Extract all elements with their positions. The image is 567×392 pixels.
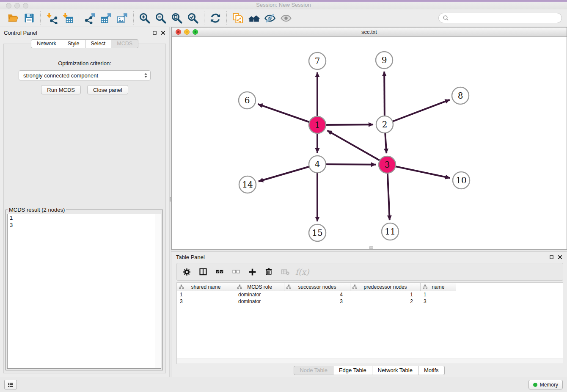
close-table-panel-icon[interactable] <box>558 255 562 259</box>
maximize-window-button[interactable] <box>23 3 28 8</box>
float-table-panel-icon[interactable] <box>549 255 554 259</box>
open-folder-icon[interactable] <box>5 11 21 25</box>
export-image-icon[interactable] <box>114 11 130 25</box>
graph-node-7[interactable]: 7 <box>309 52 326 69</box>
toolbar-separator <box>204 11 204 25</box>
export-network-icon[interactable] <box>82 11 98 25</box>
table-horizontal-scrollbar[interactable] <box>177 359 563 364</box>
tab-style[interactable]: Style <box>62 39 85 48</box>
zoom-out-icon[interactable] <box>153 11 169 25</box>
column-header-predecessor-nodes[interactable]: predecessor nodes <box>350 283 421 291</box>
zoom-in-icon[interactable] <box>137 11 153 25</box>
close-window-button[interactable] <box>6 3 11 8</box>
split-columns-icon[interactable] <box>198 268 208 276</box>
table-tabs-row: Node TableEdge TableNetwork TableMotifs <box>171 364 567 377</box>
table-cell[interactable]: 3 <box>284 298 350 305</box>
column-header-label: successor nodes <box>298 284 336 290</box>
table-cell[interactable]: 1 <box>177 291 235 298</box>
zoom-view-button[interactable] <box>193 29 198 35</box>
gear-icon[interactable] <box>182 268 191 276</box>
graph-node-11[interactable]: 11 <box>382 223 399 240</box>
clone-network-icon[interactable] <box>230 11 246 25</box>
save-icon[interactable] <box>21 11 37 25</box>
task-history-button[interactable] <box>4 380 17 389</box>
hide-graphics-details-icon[interactable] <box>262 11 278 25</box>
tab-select[interactable]: Select <box>85 39 112 48</box>
canvas-resize-grip[interactable] <box>369 246 373 249</box>
graph-edge-1-6[interactable] <box>258 104 317 125</box>
delete-column-icon[interactable] <box>264 268 273 276</box>
table-cell[interactable]: 4 <box>284 291 350 298</box>
close-panel-icon[interactable] <box>161 30 165 35</box>
table-row[interactable]: 1dominator411 <box>177 291 563 298</box>
graph-node-1[interactable]: 1 <box>309 116 326 133</box>
close-view-button[interactable] <box>176 29 181 35</box>
memory-button[interactable]: Memory <box>528 380 563 389</box>
run-mcds-button[interactable]: Run MCDS <box>41 85 81 94</box>
minimize-window-button[interactable] <box>14 3 20 8</box>
graph-node-15[interactable]: 15 <box>309 224 326 241</box>
home-icon[interactable] <box>246 11 262 25</box>
table-tab-edge-table[interactable]: Edge Table <box>333 366 372 375</box>
graph-edge-4-14[interactable] <box>259 164 317 181</box>
network-view-window: scc.txt 7968124314101511 <box>171 27 567 250</box>
table-tabs: Node TableEdge TableNetwork TableMotifs <box>294 366 444 375</box>
result-scrollbar[interactable] <box>155 214 161 368</box>
column-header-MCDS-role[interactable]: MCDS role <box>235 283 284 291</box>
tab-network[interactable]: Network <box>31 39 62 48</box>
column-header-name[interactable]: name <box>421 283 456 291</box>
graph-node-8[interactable]: 8 <box>452 87 469 104</box>
network-canvas[interactable]: 7968124314101511 <box>172 37 567 249</box>
deselect-all-icon[interactable] <box>231 268 241 276</box>
network-window-titlebar[interactable]: scc.txt <box>172 28 567 37</box>
node-label: 1 <box>315 120 320 130</box>
zoom-selected-icon[interactable] <box>185 11 201 25</box>
graph-node-14[interactable]: 14 <box>239 176 256 193</box>
table-cell[interactable]: 2 <box>350 298 421 305</box>
graph-node-3[interactable]: 3 <box>379 156 396 173</box>
table-cell[interactable]: 1 <box>350 291 421 298</box>
show-graphics-details-icon[interactable] <box>278 11 294 25</box>
float-panel-icon[interactable] <box>152 30 157 35</box>
network-graph[interactable]: 7968124314101511 <box>172 37 567 249</box>
table-cell[interactable]: 1 <box>421 291 456 298</box>
import-table-icon[interactable] <box>60 11 76 25</box>
zoom-fit-icon[interactable] <box>169 11 185 25</box>
column-header-shared-name[interactable]: shared name <box>177 283 235 291</box>
graph-node-6[interactable]: 6 <box>239 92 256 109</box>
table-cell[interactable]: dominator <box>235 298 284 305</box>
tab-mcds[interactable]: MCDS <box>111 39 138 48</box>
graph-node-2[interactable]: 2 <box>376 116 393 133</box>
optimization-criterion-select[interactable]: strongly connected component <box>19 70 151 80</box>
mcds-result-title: MCDS result (2 nodes) <box>8 207 66 213</box>
search-icon <box>443 15 449 21</box>
splitter-grip[interactable] <box>170 197 171 202</box>
table-row[interactable]: 3dominator323 <box>177 298 563 305</box>
graph-edge-3-10[interactable] <box>387 165 450 178</box>
graph-node-4[interactable]: 4 <box>309 156 326 173</box>
graph-edge-3-1[interactable] <box>327 130 387 165</box>
select-all-icon[interactable] <box>215 268 224 276</box>
table-cell[interactable]: 3 <box>421 298 456 305</box>
table-tab-node-table[interactable]: Node Table <box>294 366 333 375</box>
minimize-view-button[interactable] <box>184 29 190 35</box>
graph-edge-2-8[interactable] <box>385 100 450 124</box>
graph-node-9[interactable]: 9 <box>376 52 393 69</box>
import-network-icon[interactable] <box>44 11 60 25</box>
table-cell[interactable]: 3 <box>177 298 235 305</box>
graph-node-10[interactable]: 10 <box>453 172 470 189</box>
close-panel-button[interactable]: Close panel <box>87 85 128 94</box>
add-column-icon[interactable] <box>248 268 257 276</box>
table-tab-network-table[interactable]: Network Table <box>372 366 418 375</box>
mcds-result-box[interactable]: 13 <box>7 214 161 369</box>
node-label: 2 <box>382 119 388 130</box>
panel-splitter[interactable] <box>169 27 171 377</box>
export-table-icon[interactable] <box>98 11 114 25</box>
table-cell[interactable]: dominator <box>235 291 284 298</box>
refresh-icon[interactable] <box>207 11 223 25</box>
search-input[interactable] <box>438 13 562 23</box>
node-label: 7 <box>315 56 320 66</box>
table-tab-motifs[interactable]: Motifs <box>418 366 445 375</box>
column-header-successor-nodes[interactable]: successor nodes <box>284 283 350 291</box>
mcds-result-line: 1 <box>8 214 161 221</box>
